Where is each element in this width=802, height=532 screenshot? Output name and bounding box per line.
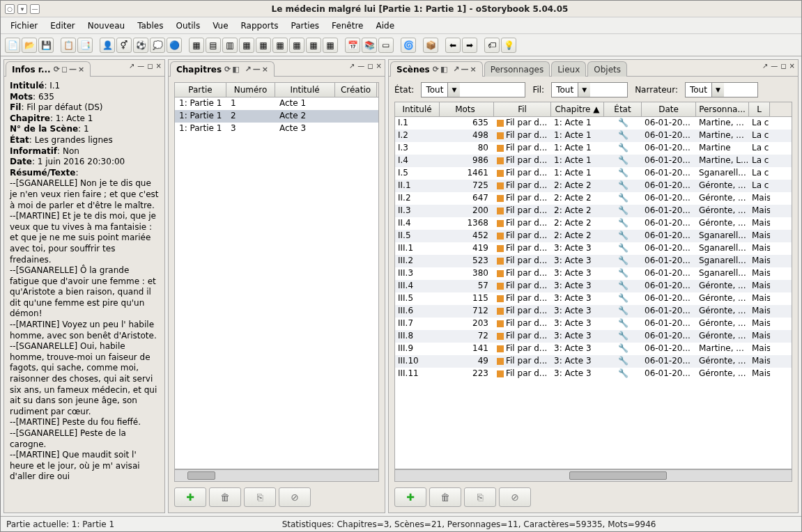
table-row[interactable]: I.1635Fil par d...1: Acte 1🔧06-01-20...M… [395, 117, 792, 130]
col-scn-date[interactable]: Date [642, 102, 696, 116]
tab-lieux[interactable]: Lieux [551, 61, 586, 77]
table-row[interactable]: I.380Fil par d...1: Acte 1🔧06-01-20...Ma… [395, 142, 792, 155]
table-row[interactable]: III.6712Fil par d...3: Acte 3🔧06-01-20..… [395, 305, 792, 318]
col-scn-mots[interactable]: Mots [440, 102, 494, 116]
person-icon[interactable]: 👤 [100, 38, 115, 53]
min-icon[interactable]: — [461, 65, 468, 74]
table-row[interactable]: I.4986Fil par d...1: Acte 1🔧06-01-20...M… [395, 155, 792, 167]
menu-aide[interactable]: Aide [370, 19, 400, 33]
refresh-icon[interactable]: ⟳ [54, 65, 60, 74]
col-numero[interactable]: Numéro ▲ [226, 83, 275, 97]
save-icon[interactable]: 💾 [38, 38, 54, 53]
table-row[interactable]: II.1725Fil par d...2: Acte 2🔧06-01-20...… [395, 180, 792, 192]
panel-min-icon[interactable]: — [771, 62, 778, 70]
view-memoria-icon[interactable]: ▦ [256, 38, 271, 53]
panel-close-icon[interactable]: × [376, 62, 382, 70]
delete-button[interactable]: 🗑 [429, 487, 461, 507]
panel-restore-icon[interactable]: ◻ [147, 62, 153, 70]
panel-min-icon[interactable]: — [357, 62, 364, 70]
delete-button[interactable]: 🗑 [209, 487, 241, 507]
window-menu-icon[interactable]: ○ [5, 4, 15, 14]
menu-fenêtre[interactable]: Fenêtre [326, 19, 369, 33]
info-panel-tab[interactable]: Infos r... ⟳ ◻ — × [6, 61, 91, 77]
table-row[interactable]: III.7203Fil par d...3: Acte 3🔧06-01-20..… [395, 318, 792, 330]
copy-icon[interactable]: 📋 [61, 38, 76, 53]
paste-icon[interactable]: 📑 [77, 38, 93, 53]
view-tree-icon[interactable]: ▦ [306, 38, 321, 53]
ball-icon[interactable]: ⚽ [133, 38, 148, 53]
table-row[interactable]: III.5115Fil par d...3: Acte 3🔧06-01-20..… [395, 292, 792, 305]
scenes-rows[interactable]: I.1635Fil par d...1: Acte 1🔧06-01-20...M… [394, 117, 792, 469]
table-row[interactable]: II.5452Fil par d...2: Acte 2🔧06-01-20...… [395, 230, 792, 242]
a-b-icon[interactable]: ▭ [378, 38, 394, 53]
scenes-tab[interactable]: Scènes ⟳ ◧ ↗ — × [390, 61, 483, 77]
narr-combo[interactable]: Tout▼ [685, 82, 758, 97]
view-book-icon[interactable]: ▤ [206, 38, 221, 53]
panel-restore-icon[interactable]: ◻ [367, 62, 373, 70]
hscroll[interactable] [174, 469, 379, 482]
view-storyboard-icon[interactable]: ▦ [323, 38, 338, 53]
forward-icon[interactable]: ➡ [462, 38, 477, 53]
restore-icon[interactable]: ◻ [61, 65, 68, 74]
pin-icon[interactable]: ↗ [245, 65, 252, 74]
open-icon[interactable]: 📂 [22, 38, 37, 53]
table-row[interactable]: III.9141Fil par d...3: Acte 3🔧06-01-20..… [395, 343, 792, 355]
back-icon[interactable]: ⬅ [445, 38, 461, 53]
table-row[interactable]: 1: Partie 12Acte 2 [175, 110, 378, 123]
table-row[interactable]: 1: Partie 13Acte 3 [175, 123, 378, 135]
tab-personnages[interactable]: Personnages [484, 61, 550, 77]
view-reading-icon[interactable]: ▦ [289, 38, 304, 53]
panel-restore-icon[interactable]: ◻ [780, 62, 786, 70]
close-tab-icon[interactable]: × [262, 65, 268, 74]
table-row[interactable]: III.1049Fil par d...3: Acte 3🔧06-01-20..… [395, 355, 792, 368]
add-button[interactable]: ✚ [174, 487, 206, 507]
close-tab-icon[interactable]: × [470, 65, 476, 74]
panel-close-icon[interactable]: × [789, 62, 795, 70]
pin-icon[interactable]: ↗ [453, 65, 459, 74]
menu-nouveau[interactable]: Nouveau [82, 19, 130, 33]
col-creation[interactable]: Créatio [335, 83, 377, 97]
table-row[interactable]: II.3200Fil par d...2: Acte 2🔧06-01-20...… [395, 205, 792, 217]
settings-icon[interactable]: ◧ [232, 65, 239, 74]
col-scn-etat[interactable]: État [604, 102, 642, 116]
table-row[interactable]: II.41368Fil par d...2: Acte 2🔧06-01-20..… [395, 217, 792, 230]
chapters-tab[interactable]: Chapitres ⟳ ◧ ↗ — × [170, 61, 275, 77]
hint-icon[interactable]: 💡 [501, 38, 516, 53]
spiral-icon[interactable]: 🌀 [401, 38, 416, 53]
panel-close-icon[interactable]: × [156, 62, 162, 70]
tab-objets[interactable]: Objets [587, 61, 627, 77]
view-table-icon[interactable]: ▦ [189, 38, 204, 53]
copy-button[interactable]: ⎘ [244, 487, 276, 507]
table-row[interactable]: III.457Fil par d...3: Acte 3🔧06-01-20...… [395, 280, 792, 292]
table-row[interactable]: 1: Partie 11Acte 1 [175, 97, 378, 110]
copy-button[interactable]: ⎘ [464, 487, 496, 507]
close-icon[interactable]: — [30, 4, 40, 14]
box-icon[interactable]: 📦 [423, 38, 438, 53]
panel-pin-icon[interactable]: ↗ [349, 62, 355, 70]
panel-pin-icon[interactable]: ↗ [762, 62, 768, 70]
menu-editer[interactable]: Editer [45, 19, 81, 33]
min-icon[interactable]: — [253, 65, 261, 74]
menu-parties[interactable]: Parties [285, 19, 325, 33]
add-button[interactable]: ✚ [394, 487, 426, 507]
panel-min-icon[interactable]: — [137, 62, 144, 70]
table-row[interactable]: III.3380Fil par d...3: Acte 3🔧06-01-20..… [395, 267, 792, 280]
calendar-icon[interactable]: 📅 [345, 38, 360, 53]
table-row[interactable]: III.2523Fil par d...3: Acte 3🔧06-01-20..… [395, 255, 792, 267]
menu-tables[interactable]: Tables [132, 19, 169, 33]
table-row[interactable]: III.11223Fil par d...3: Acte 3🔧06-01-20.… [395, 368, 792, 380]
col-scn-l[interactable]: L [749, 102, 770, 116]
chapters-rows[interactable]: 1: Partie 11Acte 11: Partie 12Acte 21: P… [174, 97, 379, 469]
table-row[interactable]: III.1419Fil par d...3: Acte 3🔧06-01-20..… [395, 242, 792, 255]
refresh-icon[interactable]: ⟳ [433, 65, 439, 74]
hscroll[interactable] [394, 469, 792, 482]
books-icon[interactable]: 📚 [362, 38, 377, 53]
settings-icon[interactable]: ◧ [440, 65, 447, 74]
refresh-icon[interactable]: ⟳ [224, 65, 231, 74]
close-tab-icon[interactable]: × [78, 65, 84, 74]
info-body[interactable]: Intitulé: I.1 Mots: 635 Fil: Fil par déf… [4, 77, 164, 513]
menu-outils[interactable]: Outils [170, 19, 206, 33]
col-scn-chapitre[interactable]: Chapitre ▲ [551, 102, 604, 116]
memos-icon[interactable]: 🔵 [167, 38, 182, 53]
more-button[interactable]: ⊘ [279, 487, 311, 507]
